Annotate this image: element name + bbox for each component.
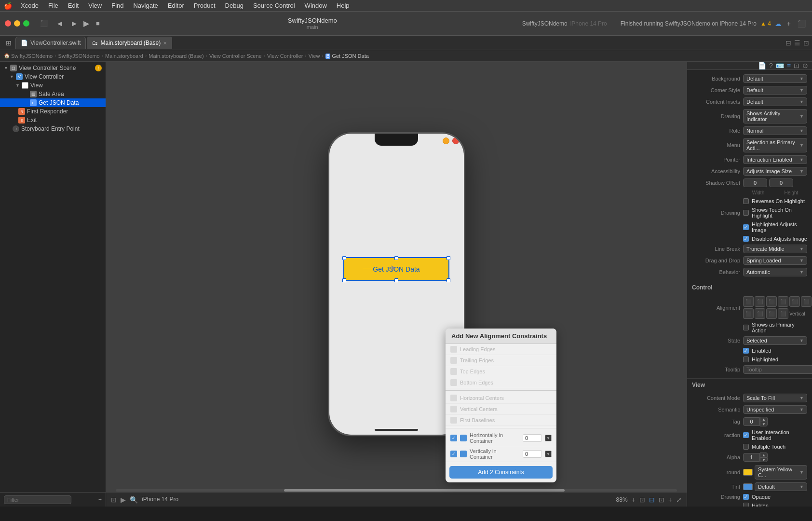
sidebar-item-vc-scene[interactable]: ▼ ◻ View Controller Scene !	[0, 64, 106, 72]
canvas-area[interactable]: Get JSON Data Add New Alignment Constrai…	[106, 62, 687, 507]
constraint-bottom-edges[interactable]: Bottom Edges	[446, 377, 556, 388]
filter-input[interactable]	[4, 495, 71, 504]
align-center-v-button[interactable]: ⬛	[755, 308, 765, 319]
library-button[interactable]: +	[785, 18, 792, 29]
add-item-button[interactable]: +	[98, 496, 102, 503]
content-insets-dropdown[interactable]: Default ▼	[743, 97, 807, 106]
horizontal-scrollbar[interactable]	[106, 488, 687, 492]
tab-viewcontroller[interactable]: 📄 ViewController.swift	[15, 37, 86, 49]
shows-touch-checkbox[interactable]	[743, 210, 749, 216]
align-bottom-button[interactable]: ⬛	[766, 308, 777, 319]
hidden-checkbox[interactable]	[743, 503, 749, 507]
sidebar-item-view[interactable]: ▼ View	[0, 81, 106, 90]
constraints-icon[interactable]: ⊟	[649, 496, 655, 504]
minimize-button[interactable]	[14, 20, 20, 27]
run-button[interactable]: ▶	[83, 19, 89, 28]
close-button[interactable]	[5, 20, 11, 27]
stop-button[interactable]: ■	[93, 18, 103, 28]
full-screen-icon[interactable]: ⤢	[676, 496, 682, 504]
opaque-checkbox[interactable]: ✓	[743, 494, 749, 500]
tag-increment-button[interactable]: ▲	[760, 417, 768, 422]
bc-root[interactable]: 🏠 SwiftyJSONdemo	[4, 53, 53, 59]
play-scene-icon[interactable]: ▶	[121, 496, 126, 504]
bc-view[interactable]: View	[309, 53, 320, 59]
bc-button[interactable]: B Get JSON Data	[325, 53, 369, 59]
sidebar-item-first-responder[interactable]: R First Responder	[0, 107, 106, 116]
horiz-dropdown[interactable]: ▼	[545, 435, 552, 441]
sidebar-item-exit[interactable]: E Exit	[0, 116, 106, 124]
constraint-top-edges[interactable]: Top Edges	[446, 366, 556, 377]
back-button[interactable]: ◀	[54, 18, 65, 28]
bc-storyboard[interactable]: Main.storyboard	[105, 53, 143, 59]
align-left-button[interactable]: ⬛	[743, 296, 754, 307]
bc-vc-scene[interactable]: View Controller Scene	[209, 53, 262, 59]
zoom-in-button[interactable]: +	[632, 496, 636, 504]
shadow-width-input[interactable]	[743, 178, 767, 187]
alpha-input[interactable]	[743, 453, 760, 462]
tint-dropdown[interactable]: Default ▼	[755, 482, 807, 491]
forward-button[interactable]: ▶	[69, 18, 80, 28]
drawing-dropdown[interactable]: Shows Activity Indicator ▼	[743, 109, 807, 123]
accessibility-dropdown[interactable]: Adjusts Image Size ▼	[743, 167, 807, 176]
sidebar-item-entry-point[interactable]: → Storyboard Entry Point	[0, 124, 106, 133]
split-editor-icon[interactable]: ⊟	[785, 39, 791, 47]
corner-style-dropdown[interactable]: Default ▼	[743, 86, 807, 95]
content-mode-dropdown[interactable]: Scale To Fill ▼	[743, 394, 807, 402]
align-leading-button[interactable]: ⬛	[789, 296, 800, 307]
bg-color-dropdown[interactable]: System Yellow C... ▼	[755, 465, 807, 480]
editor-options-icon[interactable]: ☰	[794, 39, 800, 47]
apple-icon[interactable]: 🍎	[4, 2, 12, 10]
tag-input[interactable]	[743, 417, 760, 426]
add-constraints-button[interactable]: Add 2 Constraints	[449, 466, 553, 479]
user-interaction-checkbox[interactable]: ✓	[743, 432, 749, 438]
align-fill-h-button[interactable]: ⬛	[778, 296, 788, 307]
semantic-dropdown[interactable]: Unspecified ▼	[743, 405, 807, 414]
file-inspector-icon[interactable]: 📄	[758, 62, 766, 69]
menu2-checkbox[interactable]	[743, 325, 749, 330]
sidebar-item-safe-area[interactable]: ▨ Safe Area	[0, 90, 106, 98]
constraint-vert-container[interactable]: ✓ Vertically in Container ▼	[446, 446, 556, 462]
menu-help[interactable]: Help	[336, 2, 351, 9]
zoom-out-button[interactable]: −	[608, 496, 612, 504]
reverses-checkbox[interactable]	[743, 198, 749, 204]
vert-check[interactable]: ✓	[450, 451, 457, 457]
menu-debug[interactable]: Debug	[224, 2, 244, 9]
constraint-first-baselines[interactable]: First Baselines	[446, 415, 556, 426]
align-fill-v-button[interactable]: ⬛	[778, 308, 788, 319]
tint-swatch[interactable]	[743, 483, 753, 490]
horiz-value-input[interactable]	[523, 434, 542, 442]
inspect-icon[interactable]: 🔍	[130, 496, 138, 504]
pointer-dropdown[interactable]: Interaction Enabled ▼	[743, 155, 807, 164]
grid-view-button[interactable]: ⊞	[3, 38, 14, 48]
sidebar-item-get-json-data[interactable]: B Get JSON Data	[0, 98, 106, 107]
multiple-touch-checkbox[interactable]	[743, 444, 749, 450]
menu-view[interactable]: View	[87, 2, 103, 9]
line-break-dropdown[interactable]: Truncate Middle ▼	[743, 245, 807, 253]
vert-dropdown[interactable]: ▼	[545, 451, 552, 457]
size-inspector-icon[interactable]: ⊡	[794, 62, 799, 69]
menu-xcode[interactable]: Xcode	[20, 2, 40, 9]
tab-close-button[interactable]: ✕	[163, 41, 167, 46]
align-center-h-button[interactable]: ⬛	[755, 296, 765, 307]
align-trailing-button[interactable]: ⬛	[801, 296, 812, 307]
bc-vc[interactable]: View Controller	[267, 53, 303, 59]
shadow-height-input[interactable]	[769, 178, 793, 187]
enabled-checkbox[interactable]: ✓	[743, 348, 749, 354]
bc-storyboard-base[interactable]: Main.storyboard (Base)	[149, 53, 203, 59]
menu-file[interactable]: File	[47, 2, 59, 9]
tooltip-input[interactable]	[743, 365, 812, 374]
menu-navigate[interactable]: Navigate	[132, 2, 159, 9]
menu-editor[interactable]: Editor	[167, 2, 185, 9]
quick-help-icon[interactable]: ?	[769, 62, 773, 69]
alpha-increment-button[interactable]: ▲	[760, 452, 768, 457]
constraint-trailing-edges[interactable]: Trailing Edges	[446, 355, 556, 366]
background-dropdown[interactable]: Default ▼	[743, 74, 807, 83]
identity-inspector-icon[interactable]: 🪪	[776, 62, 784, 69]
menu-product[interactable]: Product	[193, 2, 217, 9]
highlighted-adjusts-checkbox[interactable]: ✓	[743, 224, 749, 230]
canvas-button[interactable]: Get JSON Data	[343, 257, 449, 281]
panel-toggle-button[interactable]: ⬛	[796, 18, 807, 29]
menu-edit[interactable]: Edit	[67, 2, 80, 9]
align-right-button[interactable]: ⬛	[766, 296, 777, 307]
align-top-button[interactable]: ⬛	[743, 308, 754, 319]
